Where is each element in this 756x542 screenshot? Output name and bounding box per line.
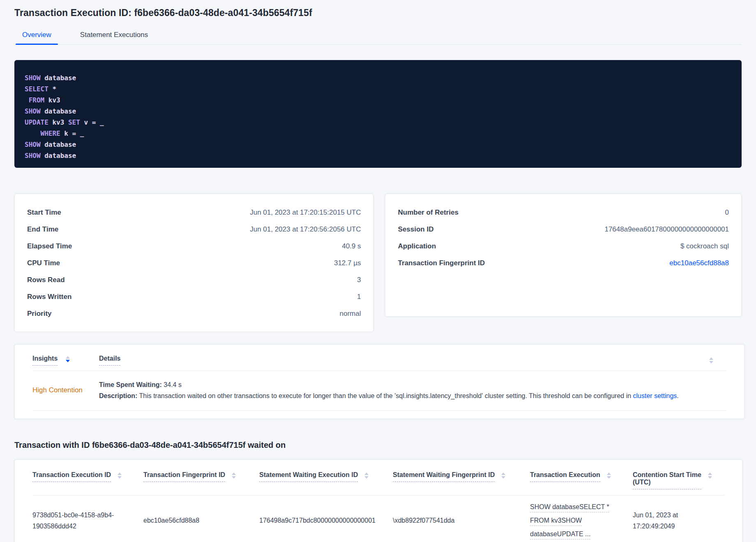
tab-bar: Overview Statement Executions bbox=[14, 31, 742, 45]
cell-stmt-waiting-fingerprint-id: \xdb8922f077541dda bbox=[393, 515, 530, 526]
col-header-txn-execution-id[interactable]: Transaction Execution ID bbox=[32, 471, 143, 489]
sort-up-icon bbox=[709, 357, 713, 360]
rows-read-value: 3 bbox=[357, 275, 361, 285]
cpu-time-label: CPU Time bbox=[27, 258, 60, 269]
txn-fingerprint-link[interactable]: ebc10ae56cfd88a8 bbox=[669, 258, 729, 269]
execution-meta-card: Number of Retries 0 Session ID 17648a9ee… bbox=[385, 194, 742, 317]
sort-icon[interactable] bbox=[501, 473, 505, 479]
sort-icon-insights[interactable] bbox=[66, 356, 70, 362]
elapsed-time-label: Elapsed Time bbox=[27, 241, 72, 252]
cluster-settings-link[interactable]: cluster settings bbox=[633, 392, 677, 399]
insight-row: High Contention Time Spent Waiting: 34.4… bbox=[32, 371, 726, 411]
end-time-label: End Time bbox=[27, 224, 58, 235]
row-priority: Priority normal bbox=[27, 308, 361, 319]
row-number-of-retries: Number of Retries 0 bbox=[398, 207, 729, 218]
waited-table-header: Transaction Execution ID Transaction Fin… bbox=[32, 460, 724, 496]
col-header-stmt-waiting-execution-id[interactable]: Statement Waiting Execution ID bbox=[259, 471, 393, 489]
sort-icon[interactable] bbox=[607, 473, 611, 479]
summary-cards-row: Start Time Jun 01, 2023 at 17:20:15:2015… bbox=[14, 194, 742, 332]
cell-stmt-waiting-execution-id: 176498a9c717bdc80000000000000001 bbox=[259, 515, 393, 526]
application-label: Application bbox=[398, 241, 436, 252]
col-header-txn-execution[interactable]: Transaction Execution bbox=[530, 471, 633, 489]
end-time-value: Jun 01, 2023 at 17:20:56:2056 UTC bbox=[250, 224, 361, 235]
tab-overview[interactable]: Overview bbox=[16, 31, 58, 44]
sort-down-icon bbox=[66, 360, 70, 362]
session-id-label: Session ID bbox=[398, 224, 433, 235]
insights-header-label[interactable]: Insights bbox=[32, 355, 58, 366]
insights-table-card: Insights Details High Contention Time Sp… bbox=[14, 344, 744, 419]
row-application: Application $ cockroach sql bbox=[398, 241, 729, 252]
retries-label: Number of Retries bbox=[398, 207, 458, 218]
waited-on-table-card: Transaction Execution ID Transaction Fin… bbox=[14, 459, 742, 542]
row-cpu-time: CPU Time 312.7 µs bbox=[27, 258, 361, 269]
sort-icon[interactable] bbox=[364, 473, 369, 479]
row-rows-read: Rows Read 3 bbox=[27, 275, 361, 285]
cpu-time-value: 312.7 µs bbox=[334, 258, 361, 269]
elapsed-time-value: 40.9 s bbox=[342, 241, 361, 252]
details-header-label: Details bbox=[99, 355, 120, 366]
insights-column-header[interactable]: Insights bbox=[32, 355, 99, 366]
col-header-stmt-waiting-fingerprint-id[interactable]: Statement Waiting Fingerprint ID bbox=[393, 471, 530, 489]
execution-details-card: Start Time Jun 01, 2023 at 17:20:15:2015… bbox=[14, 194, 373, 332]
time-spent-waiting-line: Time Spent Waiting: 34.4 s bbox=[99, 379, 679, 390]
sql-statements-box: SHOW databaseSELECT * FROM kv3SHOW datab… bbox=[14, 60, 742, 168]
row-end-time: End Time Jun 01, 2023 at 17:20:56:2056 U… bbox=[27, 224, 361, 235]
application-value: $ cockroach sql bbox=[680, 241, 729, 252]
sort-icon[interactable] bbox=[118, 473, 122, 479]
start-time-value: Jun 01, 2023 at 17:20:15:2015 UTC bbox=[250, 207, 361, 218]
cell-txn-execution-id: 9738d051-bc0e-4158-a9b4-1903586ddd42 bbox=[32, 510, 143, 532]
table-row: 9738d051-bc0e-4158-a9b4-1903586ddd42 ebc… bbox=[32, 496, 724, 542]
sort-up-icon bbox=[66, 356, 70, 359]
row-rows-written: Rows Written 1 bbox=[27, 292, 361, 302]
session-id-value: 17648a9eea6017800000000000000001 bbox=[604, 224, 729, 235]
sort-icon[interactable] bbox=[708, 473, 712, 479]
insights-table-header: Insights Details bbox=[32, 345, 726, 371]
description-line: Description: This transaction waited on … bbox=[99, 390, 679, 401]
start-time-label: Start Time bbox=[27, 207, 61, 218]
priority-value: normal bbox=[340, 308, 361, 319]
sql-code: SHOW databaseSELECT * FROM kv3SHOW datab… bbox=[25, 72, 731, 161]
col-header-txn-fingerprint-id[interactable]: Transaction Fingerprint ID bbox=[143, 471, 259, 489]
cell-txn-fingerprint-id: ebc10ae56cfd88a8 bbox=[143, 515, 259, 526]
rows-read-label: Rows Read bbox=[27, 275, 65, 285]
cell-txn-execution-link[interactable]: SHOW databaseSELECT * FROM kv3SHOW datab… bbox=[530, 501, 633, 540]
row-elapsed-time: Elapsed Time 40.9 s bbox=[27, 241, 361, 252]
transaction-details-page: Transaction Execution ID: f6be6366-da03-… bbox=[0, 0, 756, 542]
waited-on-heading: Transaction with ID f6be6366-da03-48de-a… bbox=[14, 440, 742, 450]
rows-written-value: 1 bbox=[357, 292, 361, 302]
insight-type-cell: High Contention bbox=[32, 379, 99, 401]
row-transaction-fingerprint-id: Transaction Fingerprint ID ebc10ae56cfd8… bbox=[398, 258, 729, 269]
insight-details-cell: Time Spent Waiting: 34.4 s Description: … bbox=[99, 379, 679, 401]
txn-fingerprint-label: Transaction Fingerprint ID bbox=[398, 258, 485, 269]
sort-icon-right[interactable] bbox=[709, 357, 713, 364]
rows-written-label: Rows Written bbox=[27, 292, 71, 302]
cell-contention-start-time: Jun 01, 2023 at 17:20:49:2049 bbox=[633, 510, 724, 532]
retries-value: 0 bbox=[725, 207, 729, 218]
row-start-time: Start Time Jun 01, 2023 at 17:20:15:2015… bbox=[27, 207, 361, 218]
high-contention-badge: High Contention bbox=[32, 386, 83, 394]
priority-label: Priority bbox=[27, 308, 52, 319]
sort-down-icon bbox=[709, 361, 713, 364]
tab-statement-executions[interactable]: Statement Executions bbox=[74, 31, 154, 44]
row-session-id: Session ID 17648a9eea6017800000000000000… bbox=[398, 224, 729, 235]
sort-icon[interactable] bbox=[232, 473, 236, 479]
col-header-contention-start-time[interactable]: Contention Start Time (UTC) bbox=[633, 471, 724, 489]
page-title: Transaction Execution ID: f6be6366-da03-… bbox=[14, 7, 742, 19]
